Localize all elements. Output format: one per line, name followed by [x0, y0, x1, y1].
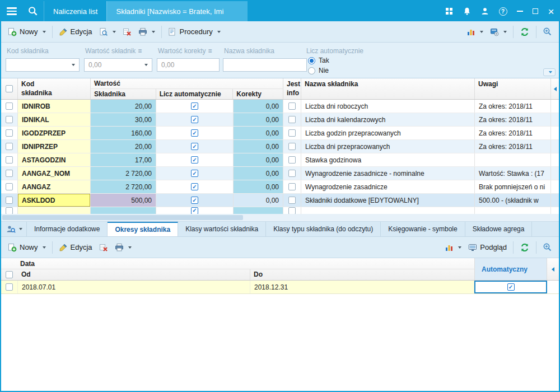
jest-info-checkbox[interactable] [288, 207, 296, 214]
cell-uwagi[interactable]: Za okres: 2018/11 [475, 140, 551, 153]
licz-checkbox[interactable] [191, 183, 198, 190]
filter-licz-radio-tak[interactable]: Tak [308, 57, 329, 64]
tab-skladniki-active[interactable]: Składniki [Nazwisko = Bratek, Imi [106, 1, 248, 21]
cell-korekty[interactable]: 0,00 [234, 180, 283, 193]
table-row[interactable]: AANGAZ_NOM 2 720,00 0,00 Wynagrodzenie z… [1, 167, 559, 180]
cell-wartosc[interactable]: 20,00 [91, 100, 156, 113]
filter-nazwa-input[interactable] [223, 58, 307, 72]
cell-uwagi[interactable]: 500.00 - (składnik w [475, 194, 551, 207]
detail-cell-automatyczny-focused[interactable] [474, 281, 547, 293]
row-checkbox[interactable] [6, 207, 13, 214]
table-row[interactable]: AANGAZ 2 720,00 0,00 Wynagrodzenie zasad… [1, 180, 559, 194]
cell-kod[interactable]: IGODZPRZEP [18, 127, 91, 139]
header-uwagi[interactable]: Uwagi [475, 78, 551, 99]
cell-kod[interactable]: AANGAZ [18, 180, 91, 193]
refresh-button[interactable] [516, 25, 533, 39]
cell-uwagi[interactable]: Za okres: 2018/11 [475, 100, 551, 113]
cell-korekty[interactable]: 0,00 [234, 194, 283, 207]
preview-button[interactable]: Podgląd [465, 241, 510, 254]
header-nazwa-skladnika[interactable]: Nazwa składnika [301, 78, 475, 99]
detail-new-button[interactable]: Nowy [4, 241, 49, 254]
detail-header-do[interactable]: Do [250, 269, 474, 280]
cell-wartosc[interactable]: 2 720,00 [91, 167, 156, 180]
detail-delete-button[interactable] [96, 241, 111, 254]
detail-header-od[interactable]: Od [18, 269, 250, 280]
cell-nazwa[interactable]: Składniki dodatkowe [EDYTOWALNY] [301, 194, 475, 207]
table-row[interactable]: IDNIROB 20,00 0,00 Liczba dni roboczych … [1, 100, 559, 113]
view-settings-button[interactable] [487, 25, 510, 39]
cell-uwagi[interactable] [475, 153, 551, 166]
cell-kod-focused[interactable]: ASKLDOD [18, 194, 91, 207]
cell-nazwa[interactable]: Liczba dni roboczych [301, 100, 475, 113]
cell-uwagi[interactable]: Brak pomniejszeń o ni [475, 180, 551, 193]
row-checkbox[interactable] [6, 143, 13, 150]
print-button[interactable] [135, 25, 158, 39]
collapse-side-panel-button[interactable] [551, 78, 559, 99]
detail-cell-do[interactable]: 2018.12.31 [250, 281, 474, 293]
header-korekty[interactable]: Korekty [233, 89, 283, 99]
cell-nazwa[interactable]: Wynagrodzenie zasadnicze - nominalne [301, 167, 475, 180]
edit-button[interactable]: Edycja [55, 25, 96, 39]
notifications-button[interactable] [458, 1, 476, 21]
new-button[interactable]: Nowy [4, 25, 49, 39]
licz-checkbox[interactable] [191, 129, 198, 137]
row-checkbox[interactable] [6, 197, 13, 204]
filter-kod-combobox[interactable] [6, 58, 80, 72]
cell-nazwa[interactable]: Stawka godzinowa [301, 153, 475, 166]
tab-ksiegowanie-symbole[interactable]: Księgowanie - symbole [381, 222, 465, 236]
cell-wartosc[interactable]: 17,00 [91, 153, 156, 166]
detail-refresh-button[interactable] [516, 240, 533, 255]
filter-licz-radio-nie[interactable]: Nie [308, 67, 329, 74]
cell-wartosc[interactable]: 20,00 [91, 140, 156, 153]
row-checkbox[interactable] [6, 183, 13, 190]
cell-nazwa[interactable]: Liczba godzin przepracowanych [301, 127, 475, 139]
delete-button[interactable] [119, 25, 135, 39]
cell-wartosc[interactable]: 30,00 [91, 113, 156, 126]
jest-info-checkbox[interactable] [288, 156, 296, 164]
detail-edit-button[interactable]: Edycja [55, 241, 96, 254]
cell-uwagi[interactable]: Za okres: 2018/11 [475, 127, 551, 139]
cell-wartosc[interactable] [91, 207, 156, 214]
licz-checkbox[interactable] [191, 207, 198, 214]
cell-kod[interactable]: ASTAGODZIN [18, 153, 91, 166]
cell-wartosc[interactable]: 500,00 [91, 194, 156, 207]
cell-uwagi[interactable]: Za okres: 2018/11 [475, 113, 551, 126]
licz-checkbox[interactable] [191, 197, 198, 204]
maximize-button[interactable] [528, 1, 543, 21]
tab-klasy-typu[interactable]: Klasy typu składnika (do odczytu) [266, 222, 381, 236]
row-checkbox[interactable] [6, 102, 13, 110]
header-licz-automatycznie[interactable]: Licz automatycznie [156, 89, 234, 99]
detail-chart-button[interactable] [441, 241, 465, 254]
help-button[interactable] [494, 1, 512, 21]
user-button[interactable] [476, 1, 494, 21]
header-wartosc-skladnika[interactable]: Składnika [91, 89, 156, 99]
procedures-button[interactable]: Procedury [165, 25, 224, 39]
licz-checkbox[interactable] [191, 156, 198, 164]
global-search-button[interactable] [22, 1, 44, 21]
tab-klasy-wartosci[interactable]: Klasy wartości składnika [178, 222, 266, 236]
tab-naliczenia-list[interactable]: Naliczenia list [44, 1, 106, 21]
jest-info-checkbox[interactable] [288, 170, 296, 177]
scrollbar-thumb[interactable] [2, 215, 243, 220]
cell-kod[interactable]: IDNIPRZEP [18, 140, 91, 153]
table-row[interactable]: ASTAGODZIN 17,00 0,00 Stawka godzinowa [1, 153, 559, 167]
cell-korekty[interactable]: 0,00 [234, 153, 283, 166]
cell-korekty[interactable]: 0,00 [234, 100, 283, 113]
detail-table-row[interactable]: 2018.07.01 2018.12.31 [1, 281, 559, 294]
table-row[interactable]: IDNIKAL 30,00 0,00 Liczba dni kalendarzo… [1, 113, 559, 127]
row-checkbox[interactable] [6, 156, 13, 164]
jest-info-checkbox[interactable] [288, 183, 296, 190]
zoom-button[interactable] [539, 25, 556, 39]
cell-kod[interactable]: IDNIROB [18, 100, 91, 113]
cell-korekty[interactable] [234, 207, 283, 214]
row-checkbox[interactable] [6, 116, 13, 123]
select-all-checkbox[interactable] [6, 85, 13, 92]
table-row-partial[interactable] [1, 207, 559, 214]
tab-skladowe-agregat[interactable]: Składowe agrega [465, 222, 533, 236]
cell-nazwa[interactable]: Liczba dni przepracowanych [301, 140, 475, 153]
filter-korekty-input[interactable]: 0,00 [157, 58, 220, 72]
cell-kod[interactable]: AANGAZ_NOM [18, 167, 91, 180]
cell-wartosc[interactable]: 2 720,00 [91, 180, 156, 193]
licz-checkbox[interactable] [191, 143, 198, 150]
table-row-selected[interactable]: ASKLDOD 500,00 0,00 Składniki dodatkowe … [1, 194, 559, 207]
